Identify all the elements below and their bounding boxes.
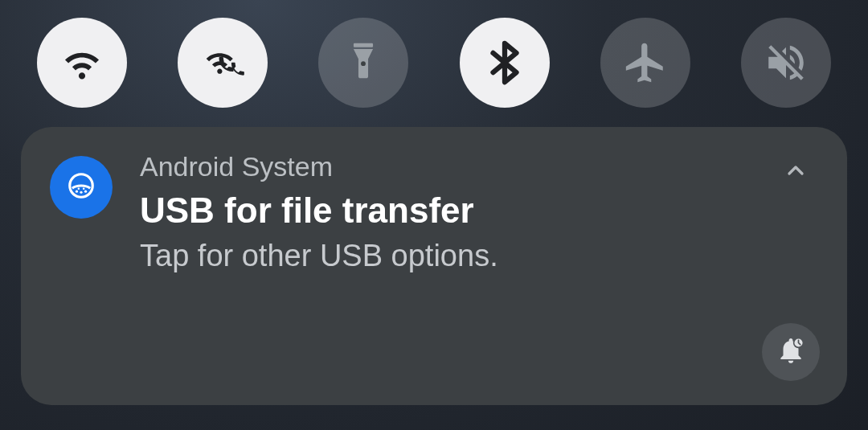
system-settings-icon (66, 170, 96, 204)
airplane-icon (622, 39, 669, 86)
notification-text: Android System USB for file transfer Tap… (140, 151, 818, 273)
mute-icon (763, 39, 809, 86)
notification-app-icon (50, 156, 113, 219)
bell-snooze-icon (776, 335, 806, 369)
collapse-button[interactable] (780, 156, 812, 188)
notification-card[interactable]: Android System USB for file transfer Tap… (21, 127, 847, 405)
notification-header: Android System USB for file transfer Tap… (50, 151, 818, 273)
chevron-up-icon (783, 158, 809, 186)
qs-tile-flashlight[interactable] (318, 18, 408, 108)
wifi-calling-icon (199, 39, 246, 86)
notification-settings-button[interactable] (762, 323, 820, 381)
qs-tile-bluetooth[interactable] (460, 18, 550, 108)
svg-point-3 (76, 190, 78, 193)
qs-tile-mute[interactable] (741, 18, 831, 108)
svg-point-5 (84, 190, 87, 193)
svg-point-7 (83, 187, 85, 190)
svg-rect-0 (354, 43, 373, 47)
qs-tile-wifi[interactable] (37, 18, 127, 108)
notification-body: Tap for other USB options. (140, 239, 818, 273)
flashlight-icon (340, 39, 387, 86)
qs-tile-airplane-mode[interactable] (600, 18, 690, 108)
notification-app-name: Android System (140, 151, 818, 182)
svg-point-1 (361, 61, 366, 66)
quick-settings-row (0, 0, 868, 108)
bluetooth-icon (481, 39, 528, 86)
qs-tile-wifi-calling[interactable] (178, 18, 268, 108)
wifi-icon (59, 39, 105, 86)
notification-title: USB for file transfer (140, 190, 818, 231)
svg-point-6 (78, 187, 80, 190)
svg-point-4 (80, 191, 82, 194)
